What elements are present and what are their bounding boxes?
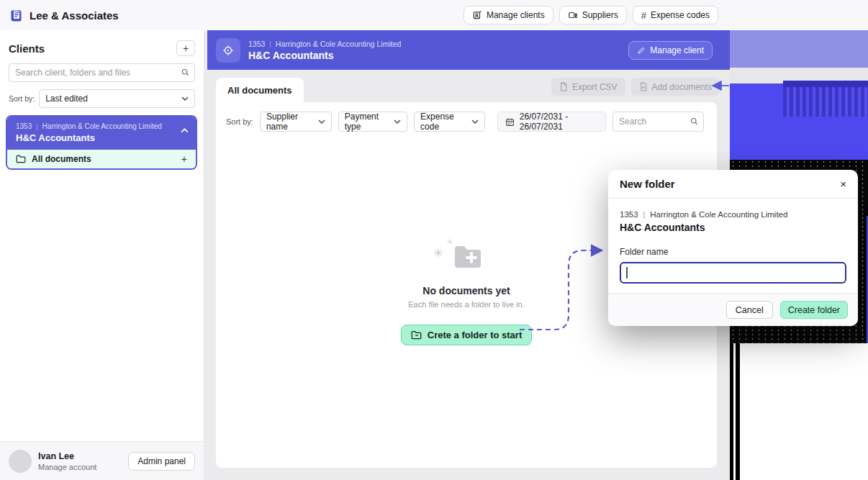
documents-search xyxy=(612,112,704,132)
export-icon xyxy=(559,82,568,91)
export-csv-button[interactable]: Export CSV xyxy=(551,78,625,96)
chevron-down-icon xyxy=(181,96,189,101)
empty-state-title: No documents yet xyxy=(373,285,560,296)
suppliers-icon xyxy=(568,10,578,20)
filters-row: Sort by: Supplier name Payment type Expe… xyxy=(216,102,717,132)
create-folder-cta-button[interactable]: Crete a folder to start xyxy=(401,325,532,345)
chevron-up-icon[interactable] xyxy=(181,128,189,133)
client-company: Harrington & Cole Accounting Limited xyxy=(650,210,787,219)
glitch-vertical-line xyxy=(736,343,740,480)
manage-clients-label: Manage clients xyxy=(487,10,545,20)
manage-account-label: Manage account xyxy=(38,463,96,471)
client-name: H&C Accountants xyxy=(248,50,401,61)
payment-type-value: Payment type xyxy=(345,112,388,132)
avatar[interactable] xyxy=(9,450,32,473)
add-documents-button[interactable]: Add documents xyxy=(631,78,720,96)
expense-code-select[interactable]: Expense code xyxy=(414,112,485,132)
folder-icon xyxy=(16,155,26,163)
sort-select[interactable]: Last edited xyxy=(39,89,195,108)
client-card-header[interactable]: 1353 | Harrington & Cole Accounting Limi… xyxy=(7,117,196,150)
user-info[interactable]: Ivan Lee Manage account xyxy=(38,451,96,471)
supplier-name-select[interactable]: Supplier name xyxy=(260,112,332,132)
separator: | xyxy=(36,123,37,130)
modal-body: 1353 | Harrington & Cole Accounting Limi… xyxy=(608,199,858,284)
empty-state-subtitle: Each file needs a folder to live in. xyxy=(373,300,560,309)
text-caret xyxy=(626,267,628,279)
client-header-meta: 1353 | Harrington & Cole Accounting Limi… xyxy=(248,40,401,48)
glitch-bar-pattern xyxy=(783,81,868,117)
clients-sidebar: Clients + Sort by: Last edited 1353 | Ha… xyxy=(0,30,204,480)
glitch-white-band xyxy=(730,343,868,480)
expense-codes-label: Expense codes xyxy=(651,10,710,20)
suppliers-button[interactable]: Suppliers xyxy=(559,6,627,24)
separator: | xyxy=(643,211,646,219)
add-documents-label: Add documents xyxy=(652,82,712,92)
client-name: H&C Accountants xyxy=(620,222,846,233)
sidebar-search xyxy=(9,63,195,82)
supplier-name-value: Supplier name xyxy=(266,112,312,132)
client-card-meta: 1353 | Harrington & Cole Accounting Limi… xyxy=(16,122,189,130)
sparkle-icon: ✳ xyxy=(433,246,443,260)
pencil-icon xyxy=(637,46,646,55)
modal-footer: Cancel Create folder xyxy=(608,293,858,326)
manage-clients-icon xyxy=(472,10,482,20)
brand-name: Lee & Associates xyxy=(30,9,119,22)
client-header: 1353 | Harrington & Cole Accounting Limi… xyxy=(207,30,730,70)
brand: Lee & Associates xyxy=(9,8,119,23)
close-icon[interactable]: × xyxy=(840,178,846,189)
new-folder-modal: New folder × 1353 | Harrington & Cole Ac… xyxy=(608,170,858,326)
modal-client-meta: 1353 | Harrington & Cole Accounting Limi… xyxy=(620,210,846,219)
suppliers-label: Suppliers xyxy=(582,10,618,20)
date-range-picker[interactable]: 26/07/2031 - 26/07/2031 xyxy=(497,112,606,132)
folder-name-label: Folder name xyxy=(620,247,846,257)
chevron-down-icon xyxy=(318,119,325,124)
brand-logo-icon xyxy=(9,8,24,23)
add-folder-button[interactable]: + xyxy=(181,153,187,165)
sidebar-item-all-documents[interactable]: All documents + xyxy=(7,150,196,168)
client-company: Harrington & Cole Accounting Limited xyxy=(276,40,402,48)
add-client-button[interactable]: + xyxy=(176,40,195,56)
manage-clients-button[interactable]: Manage clients xyxy=(464,6,553,24)
cancel-button[interactable]: Cancel xyxy=(726,301,773,319)
all-documents-label: All documents xyxy=(32,154,91,164)
client-code: 1353 xyxy=(16,122,32,130)
manage-client-label: Manage client xyxy=(650,45,704,55)
add-document-icon xyxy=(639,82,648,91)
modal-header: New folder × xyxy=(608,170,858,199)
sort-select-value: Last edited xyxy=(45,94,88,104)
sparkle-icon: ✳ xyxy=(446,237,453,247)
client-company: Harrington & Cole Accounting Limited xyxy=(42,122,162,130)
client-code: 1353 xyxy=(248,40,265,48)
glitch-vertical-line xyxy=(730,343,733,480)
calendar-icon xyxy=(505,117,515,127)
expense-codes-button[interactable]: # Expense codes xyxy=(633,6,718,24)
admin-panel-button[interactable]: Admin panel xyxy=(128,452,195,471)
modal-title: New folder xyxy=(620,178,675,190)
user-name: Ivan Lee xyxy=(38,451,96,461)
sidebar-header: Clients + xyxy=(0,30,204,56)
empty-state: ✳ ✳ No documents yet Each file needs a f… xyxy=(373,237,560,345)
folder-name-input[interactable] xyxy=(620,262,846,284)
client-card: 1353 | Harrington & Cole Accounting Limi… xyxy=(6,115,197,170)
client-search-input[interactable] xyxy=(9,63,195,82)
client-target-icon xyxy=(216,38,240,63)
empty-state-art: ✳ ✳ xyxy=(373,237,560,275)
expense-code-value: Expense code xyxy=(420,112,466,132)
date-range-value: 26/07/2031 - 26/07/2031 xyxy=(520,112,598,132)
tab-all-documents[interactable]: All documents xyxy=(216,78,304,102)
folder-name-field-wrap xyxy=(620,262,846,284)
client-name: H&C Accountants xyxy=(16,132,189,143)
search-icon xyxy=(181,68,190,77)
create-folder-button[interactable]: Create folder xyxy=(780,301,848,319)
sort-by-label: Sort by: xyxy=(9,94,35,103)
manage-client-button[interactable]: Manage client xyxy=(628,41,713,60)
document-actions: Export CSV Add documents xyxy=(551,78,720,96)
folder-plus-icon xyxy=(453,245,482,268)
hash-icon: # xyxy=(641,10,646,21)
sidebar-title: Clients xyxy=(9,42,45,55)
client-header-text: 1353 | Harrington & Cole Accounting Limi… xyxy=(248,40,401,61)
payment-type-select[interactable]: Payment type xyxy=(338,112,407,132)
top-bar: Lee & Associates Manage clients Supplier… xyxy=(0,0,868,30)
separator: | xyxy=(269,40,271,48)
client-code: 1353 xyxy=(620,210,638,219)
